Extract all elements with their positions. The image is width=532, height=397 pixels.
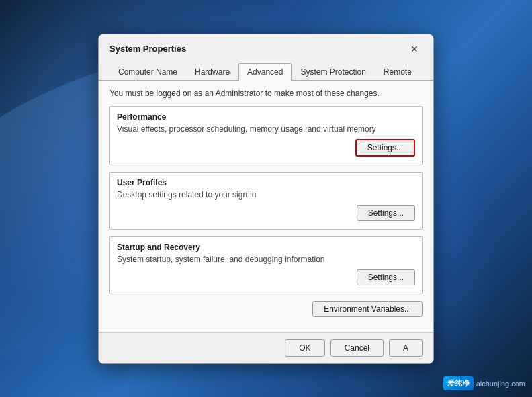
user-profiles-settings-button[interactable]: Settings... [357,205,415,221]
startup-recovery-title: Startup and Recovery [117,242,415,252]
user-profiles-title: User Profiles [117,178,415,187]
performance-description: Visual effects, processor scheduling, me… [117,124,415,134]
system-properties-dialog: System Properties ✕ Computer Name Hardwa… [98,34,434,364]
user-profiles-description: Desktop settings related to your sign-in [117,190,415,200]
tab-computer-name[interactable]: Computer Name [109,63,186,81]
ok-button[interactable]: OK [285,339,324,357]
bottom-bar: OK Cancel A [99,332,433,363]
dialog-title: System Properties [109,44,186,54]
startup-recovery-description: System startup, system failure, and debu… [117,255,415,264]
admin-notice: You must be logged on as an Administrato… [109,89,423,98]
startup-recovery-settings-button[interactable]: Settings... [357,269,415,285]
tab-hardware[interactable]: Hardware [186,63,238,81]
tab-system-protection[interactable]: System Protection [292,63,374,81]
performance-section: Performance Visual effects, processor sc… [109,106,423,165]
watermark: 爱纯净 aichunjing.com [443,376,525,390]
performance-settings-button[interactable]: Settings... [355,139,415,157]
cancel-button[interactable]: Cancel [330,339,384,357]
startup-recovery-btn-row: Settings... [117,269,415,285]
watermark-brand: 爱纯净 [443,376,474,390]
startup-recovery-section: Startup and Recovery System startup, sys… [109,236,423,294]
watermark-url: aichunjing.com [476,380,525,388]
tab-advanced[interactable]: Advanced [238,63,292,81]
performance-btn-row: Settings... [117,139,415,157]
tab-remote[interactable]: Remote [375,63,420,81]
close-button[interactable]: ✕ [406,41,423,57]
apply-button[interactable]: A [389,339,423,357]
env-variables-row: Environment Variables... [109,301,423,317]
title-bar: System Properties ✕ [99,34,433,57]
performance-title: Performance [117,112,415,122]
tabs-container: Computer Name Hardware Advanced System P… [99,57,433,80]
environment-variables-button[interactable]: Environment Variables... [312,301,423,317]
user-profiles-btn-row: Settings... [117,205,415,221]
user-profiles-section: User Profiles Desktop settings related t… [109,172,423,230]
content-area: You must be logged on as an Administrato… [99,80,433,332]
